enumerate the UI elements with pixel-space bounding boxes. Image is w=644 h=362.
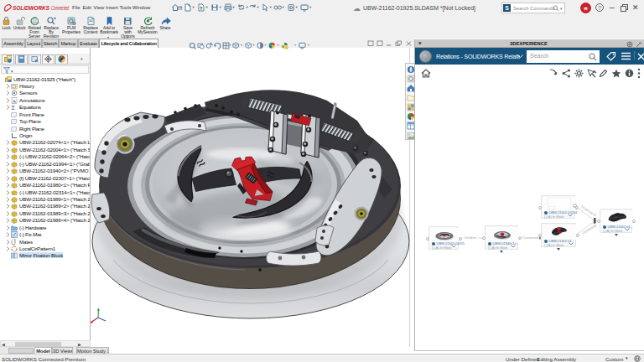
svg-text:Σ: Σ	[12, 104, 16, 111]
svg-text:A: A	[13, 98, 16, 103]
